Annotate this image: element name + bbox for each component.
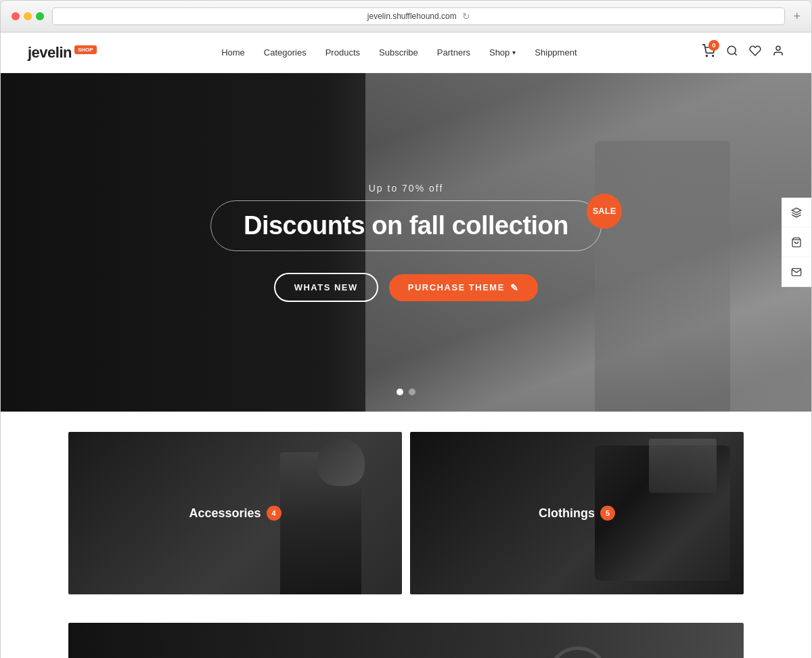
hero-title-box: Discounts on fall collection [210,200,602,252]
categories-section: Accessories 4 Clothings 5 [1,412,811,615]
accessories-label: Accessories 4 [68,506,402,521]
sale-badge: Sale [587,194,622,229]
bag-icon-button[interactable] [782,227,811,257]
cart-button[interactable]: 0 [702,44,715,61]
category-clothings[interactable]: Clothings 5 [410,432,744,594]
tag-icon: ✎ [510,282,520,293]
svg-marker-4 [792,208,800,213]
fall-sale-overlay [68,623,744,658]
categories-grid: Accessories 4 Clothings 5 [68,432,744,594]
hero-sidebar [782,198,811,287]
hero-content: Up to 70% off Discounts on fall collecti… [210,183,602,303]
category-accessories[interactable]: Accessories 4 [68,432,402,594]
minimize-button[interactable] [24,12,32,20]
accessories-count: 4 [267,506,281,521]
nav-subscribe[interactable]: Subscribe [379,47,418,58]
main-nav: Home Categories Products Subscribe Partn… [221,47,577,58]
hero-figure [595,141,730,412]
logo[interactable]: jevelin SHOP [28,44,97,62]
maximize-button[interactable] [36,12,44,20]
chevron-down-icon: ▾ [512,49,516,56]
browser-titlebar: jevelin.shufflehound.com ↻ + [1,1,811,32]
browser-window-controls [12,12,44,20]
accessories-head [317,439,365,486]
svg-point-1 [713,56,714,57]
refresh-icon[interactable]: ↻ [462,11,470,22]
whats-new-button[interactable]: WHATS NEW [274,273,378,302]
nav-home[interactable]: Home [221,47,245,58]
svg-point-3 [776,46,780,50]
logo-text: jevelin [28,44,72,62]
hero-dot-1[interactable] [397,389,403,395]
hero-dot-2[interactable] [409,389,415,395]
hero-dots [397,389,415,395]
site-header: jevelin SHOP Home Categories Products Su… [1,32,811,73]
cart-count: 0 [708,40,719,51]
mail-icon-button[interactable] [782,257,811,287]
hero-title-wrapper: Discounts on fall collection Sale [210,200,602,273]
hero-banner: Up to 70% off Discounts on fall collecti… [1,73,811,412]
url-text: jevelin.shufflehound.com [367,12,457,21]
wishlist-button[interactable] [749,45,761,60]
new-tab-button[interactable]: + [793,9,800,24]
user-button[interactable] [772,45,784,60]
clothings-label: Clothings 5 [410,506,744,521]
svg-point-2 [727,46,736,54]
hero-subtitle: Up to 70% off [210,183,602,194]
purchase-theme-button[interactable]: PURCHASE THEME ✎ [389,274,539,301]
nav-icons: 0 [702,44,784,61]
hero-title: Discounts on fall collection [244,212,568,240]
nav-shippment[interactable]: Shippment [535,47,577,58]
clothings-count: 5 [600,506,615,521]
logo-badge: SHOP [74,45,97,54]
nav-partners[interactable]: Partners [437,47,470,58]
clothings-top [649,439,717,493]
search-button[interactable] [726,45,738,60]
svg-point-0 [706,56,708,57]
hero-buttons: WHATS NEW PURCHASE THEME ✎ [210,273,602,302]
close-button[interactable] [12,12,20,20]
clothings-text: Clothings [539,506,595,521]
accessories-text: Accessories [189,506,261,521]
layers-icon-button[interactable] [782,198,811,227]
fall-sale-card[interactable]: Sale for this fall starts in [68,623,744,658]
fall-sale-section: Sale for this fall starts in [1,615,811,658]
nav-shop[interactable]: Shop ▾ [489,47,516,58]
nav-categories[interactable]: Categories [264,47,307,58]
address-bar[interactable]: jevelin.shufflehound.com ↻ [52,7,785,25]
nav-products[interactable]: Products [325,47,360,58]
